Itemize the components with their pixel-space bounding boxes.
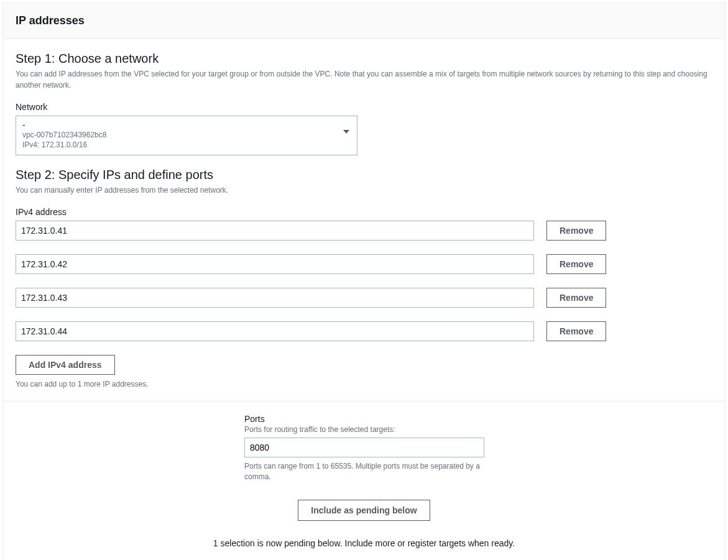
step2-title: Step 2: Specify IPs and define ports — [16, 168, 712, 182]
ports-inner: Ports Ports for routing traffic to the s… — [244, 414, 486, 482]
step2-description: You can manually enter IP addresses from… — [16, 185, 712, 196]
ports-hint: Ports can range from 1 to 65535. Multipl… — [244, 461, 486, 482]
include-button-row: Include as pending below — [16, 500, 712, 521]
ip-row: Remove — [16, 288, 712, 308]
ipv4-address-input[interactable] — [16, 321, 534, 341]
ports-description: Ports for routing traffic to the selecte… — [244, 425, 486, 434]
ipv4-address-input[interactable] — [16, 288, 534, 308]
step2-section: Step 2: Specify IPs and define ports You… — [3, 168, 725, 401]
ip-addresses-panel: IP addresses Step 1: Choose a network Yo… — [2, 2, 726, 560]
remove-button[interactable]: Remove — [546, 321, 606, 341]
include-as-pending-button[interactable]: Include as pending below — [298, 500, 430, 521]
step1-title: Step 1: Choose a network — [16, 52, 712, 66]
pending-message: 1 selection is now pending below. Includ… — [16, 538, 712, 548]
network-select-cidr: IPv4: 172.31.0.0/16 — [22, 140, 351, 150]
network-select[interactable]: - vpc-007b7102343962bc8 IPv4: 172.31.0.0… — [16, 116, 357, 155]
ipv4-address-input[interactable] — [16, 254, 534, 274]
network-label: Network — [16, 102, 712, 112]
remove-button[interactable]: Remove — [546, 221, 606, 241]
network-select-main: - — [22, 120, 351, 130]
ports-label: Ports — [244, 414, 486, 424]
network-select-vpc: vpc-007b7102343962bc8 — [22, 130, 351, 140]
ip-row: Remove — [16, 321, 712, 341]
panel-title: IP addresses — [16, 14, 712, 27]
add-ipv4-address-button[interactable]: Add IPv4 address — [16, 355, 115, 375]
ipv4-address-label: IPv4 address — [16, 207, 712, 217]
chevron-down-icon — [343, 130, 349, 134]
add-ipv4-hint: You can add up to 1 more IP addresses. — [16, 380, 712, 388]
ports-input[interactable] — [244, 438, 484, 457]
ipv4-address-input[interactable] — [16, 221, 534, 241]
remove-button[interactable]: Remove — [546, 288, 606, 308]
step1-section: Step 1: Choose a network You can add IP … — [3, 39, 725, 168]
ports-section: Ports Ports for routing traffic to the s… — [3, 402, 725, 560]
panel-header: IP addresses — [3, 3, 725, 39]
remove-button[interactable]: Remove — [546, 254, 606, 274]
ip-row: Remove — [16, 254, 712, 274]
step1-description: You can add IP addresses from the VPC se… — [16, 68, 712, 91]
ip-row: Remove — [16, 221, 712, 241]
